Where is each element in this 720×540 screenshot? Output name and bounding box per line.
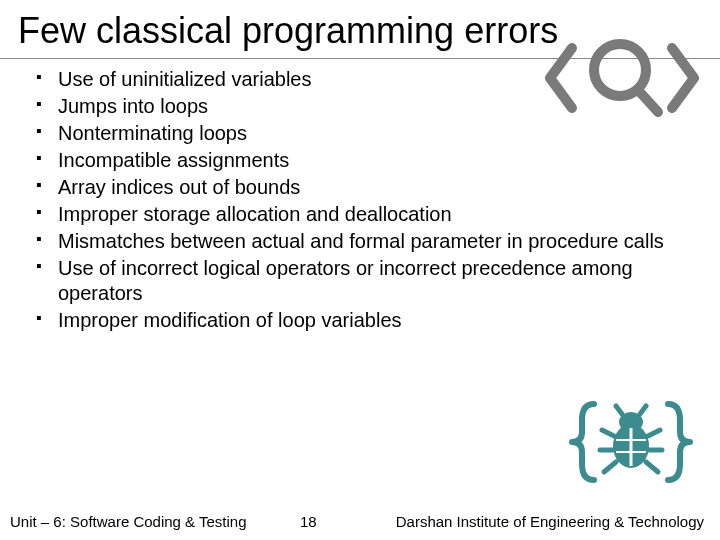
footer-page-number: 18 bbox=[300, 513, 317, 530]
list-item: Improper modification of loop variables bbox=[30, 308, 690, 333]
list-item: Mismatches between actual and formal par… bbox=[30, 229, 690, 254]
svg-line-10 bbox=[604, 462, 616, 472]
code-search-icon bbox=[542, 18, 702, 138]
svg-line-11 bbox=[646, 462, 658, 472]
list-item: Use of incorrect logical operators or in… bbox=[30, 256, 690, 306]
svg-line-1 bbox=[638, 90, 658, 112]
footer-right: Darshan Institute of Engineering & Techn… bbox=[396, 513, 704, 530]
svg-line-7 bbox=[648, 430, 660, 436]
list-item: Improper storage allocation and dealloca… bbox=[30, 202, 690, 227]
list-item: Incompatible assignments bbox=[30, 148, 690, 173]
svg-line-4 bbox=[616, 406, 622, 414]
list-item: Array indices out of bounds bbox=[30, 175, 690, 200]
slide-footer: Unit – 6: Software Coding & Testing 18 D… bbox=[0, 505, 720, 540]
footer-left: Unit – 6: Software Coding & Testing bbox=[10, 513, 247, 530]
svg-line-6 bbox=[602, 430, 614, 436]
bug-braces-icon bbox=[566, 392, 696, 492]
svg-line-5 bbox=[640, 406, 646, 414]
